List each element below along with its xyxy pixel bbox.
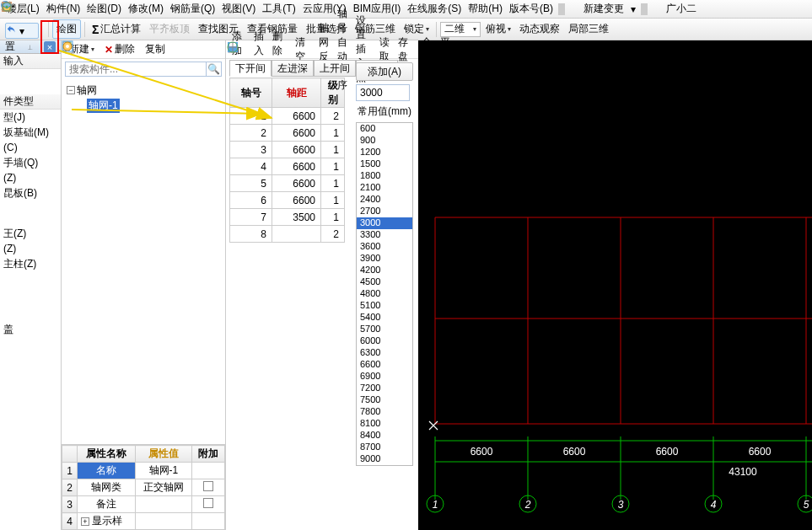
type-item[interactable]: 主柱(Z) xyxy=(0,256,61,271)
cell[interactable]: 6600 xyxy=(272,125,321,142)
common-value-item[interactable]: 5700 xyxy=(357,324,412,335)
cell[interactable]: 6600 xyxy=(272,142,321,158)
common-value-item[interactable]: 2400 xyxy=(357,194,412,206)
common-value-item[interactable]: 2700 xyxy=(357,206,412,217)
search-input[interactable] xyxy=(65,62,207,77)
common-value-item[interactable]: 3600 xyxy=(357,241,412,253)
common-value-item[interactable]: 6300 xyxy=(357,347,412,359)
cell[interactable]: 1 xyxy=(321,125,345,142)
prop-col-name: 属性名称 xyxy=(78,446,136,463)
dim-label: 6600 xyxy=(563,446,586,458)
cell[interactable]: 6600 xyxy=(272,192,321,209)
prop-col-value: 属性值 xyxy=(135,446,191,463)
cell[interactable]: 8 xyxy=(230,226,272,243)
add-value-button[interactable]: 添加(A) xyxy=(356,62,413,81)
common-value-item[interactable]: 1800 xyxy=(357,170,412,182)
prop-name[interactable]: 备注 xyxy=(78,496,136,513)
component-tree: − 轴网 轴网-1 xyxy=(62,79,225,116)
common-value-item[interactable]: 6600 xyxy=(357,359,412,371)
cell[interactable]: 2 xyxy=(321,226,345,243)
type-item[interactable]: 型(J) xyxy=(0,110,61,125)
cell[interactable]: 1 xyxy=(321,158,345,175)
type-item[interactable]: 昆板(B) xyxy=(0,185,61,201)
common-value-item[interactable]: 5100 xyxy=(357,300,412,312)
tab-bottom-bay[interactable]: 下开间 xyxy=(229,60,272,77)
common-value-item[interactable]: 6900 xyxy=(357,371,412,383)
type-item[interactable]: 手墙(Q) xyxy=(0,155,61,170)
cell[interactable]: 3 xyxy=(230,142,272,158)
tree-root[interactable]: 轴网 xyxy=(77,83,97,98)
common-value-item[interactable]: 6000 xyxy=(357,335,412,347)
tree-collapse-icon[interactable]: − xyxy=(67,86,75,94)
tab-top-bay[interactable]: 上开间 xyxy=(314,60,356,77)
cell[interactable]: 6600 xyxy=(272,175,321,192)
prop-value[interactable]: 轴网-1 xyxy=(135,463,191,479)
type-item[interactable]: (C) xyxy=(0,140,61,155)
common-value-item[interactable]: 3900 xyxy=(357,253,412,265)
common-value-item[interactable]: 600 xyxy=(357,123,412,135)
common-list[interactable]: 6009001200150018002100240027003000330036… xyxy=(356,122,413,466)
cell[interactable]: 1 xyxy=(230,108,272,125)
type-item[interactable]: 王(Z) xyxy=(0,226,61,241)
gear-icon xyxy=(62,40,73,52)
delete-button[interactable]: ✕删除 xyxy=(101,40,138,58)
common-value-item[interactable]: 2100 xyxy=(357,182,412,194)
cell[interactable] xyxy=(272,226,321,243)
prop-name[interactable]: + 显示样 xyxy=(78,513,136,530)
value-input[interactable] xyxy=(356,84,410,101)
common-value-item[interactable]: 9000 xyxy=(357,453,412,465)
cell[interactable]: 6600 xyxy=(272,158,321,175)
cell[interactable]: 2 xyxy=(321,108,345,125)
cell[interactable]: 1 xyxy=(321,192,345,209)
common-value-item[interactable]: 900 xyxy=(357,135,412,147)
left-panel: 置⟂× 输入 件类型 型(J) 坂基础(M) (C) 手墙(Q) (Z) 昆板(… xyxy=(0,40,61,530)
common-value-item[interactable]: 7800 xyxy=(357,406,412,418)
common-value-item[interactable]: 7200 xyxy=(357,383,412,394)
tab-left-depth[interactable]: 左进深 xyxy=(272,60,314,77)
type-item[interactable]: (Z) xyxy=(0,170,61,185)
common-value-item[interactable]: 8100 xyxy=(357,418,412,430)
prop-col-extra: 附加 xyxy=(192,446,225,463)
type-item[interactable]: (Z) xyxy=(0,241,61,256)
common-value-item[interactable]: 4500 xyxy=(357,276,412,288)
tree-item[interactable]: 轴网-1 xyxy=(87,99,120,113)
common-value-item[interactable]: 4200 xyxy=(357,265,412,276)
panel-title: 置 xyxy=(5,40,15,54)
pin-icon[interactable]: ⟂ xyxy=(28,43,32,51)
cell[interactable]: 3500 xyxy=(272,209,321,226)
common-value-item[interactable]: 4800 xyxy=(357,288,412,300)
common-value-item[interactable]: 8700 xyxy=(357,442,412,453)
undo-button[interactable]: ▾ xyxy=(5,23,39,39)
cell[interactable]: 2 xyxy=(230,125,272,142)
cell[interactable]: 1 xyxy=(321,175,345,192)
cell[interactable]: 1 xyxy=(321,142,345,158)
common-value-item[interactable]: 8400 xyxy=(357,430,412,442)
copy-button[interactable]: 复制 xyxy=(142,40,169,58)
prop-value[interactable] xyxy=(135,496,191,513)
cell[interactable]: 1 xyxy=(321,209,345,226)
checkbox[interactable] xyxy=(203,498,213,508)
common-value-item[interactable]: 5400 xyxy=(357,312,412,324)
svg-point-17 xyxy=(66,45,69,48)
cell[interactable]: 6 xyxy=(230,192,272,209)
type-item[interactable]: 盖 xyxy=(0,322,61,337)
drawing-canvas[interactable]: 6600 6600 6600 6600 43100 1 2 3 4 5 xyxy=(418,40,812,530)
common-values-panel: 添加(A) 常用值(mm) 60090012001500180021002400… xyxy=(352,59,417,466)
cell[interactable]: 7 xyxy=(230,209,272,226)
prop-value[interactable]: 正交轴网 xyxy=(135,479,191,496)
common-label: 常用值(mm) xyxy=(352,101,417,122)
common-value-item[interactable]: 7500 xyxy=(357,394,412,406)
checkbox[interactable] xyxy=(203,481,213,491)
cell[interactable]: 6600 xyxy=(272,108,321,125)
cell[interactable]: 4 xyxy=(230,158,272,175)
common-value-item[interactable]: 1200 xyxy=(357,147,412,158)
common-value-item[interactable]: 1500 xyxy=(357,158,412,170)
search-icon[interactable]: 🔍 xyxy=(207,62,222,77)
prop-name[interactable]: 名称 xyxy=(78,463,136,479)
cell[interactable]: 5 xyxy=(230,175,272,192)
prop-name[interactable]: 轴网类 xyxy=(78,479,136,496)
common-value-item[interactable]: 3000 xyxy=(357,217,412,229)
type-item[interactable]: 坂基础(M) xyxy=(0,125,61,140)
axis-label: 1 xyxy=(433,499,438,511)
common-value-item[interactable]: 3300 xyxy=(357,229,412,241)
